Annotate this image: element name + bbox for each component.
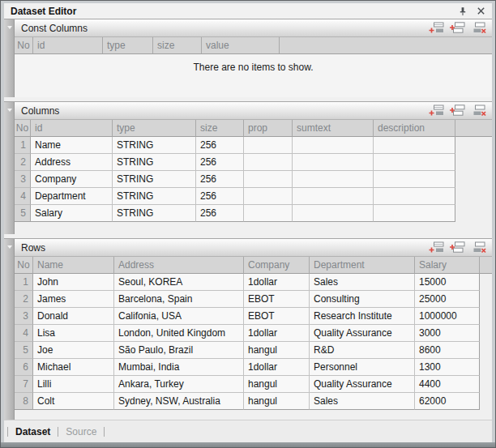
- row-number-cell[interactable]: 3: [15, 308, 33, 325]
- cell[interactable]: STRING: [113, 137, 196, 154]
- cell[interactable]: Donald: [33, 308, 114, 325]
- row-number-cell[interactable]: 4: [15, 325, 33, 342]
- row-number-cell[interactable]: 1: [15, 137, 31, 154]
- cell[interactable]: hangul: [244, 393, 310, 410]
- cell[interactable]: Michael: [33, 359, 114, 376]
- cell[interactable]: Lilli: [33, 376, 114, 393]
- cell[interactable]: Sales: [310, 393, 415, 410]
- column-header[interactable]: No: [15, 257, 33, 274]
- cell[interactable]: Colt: [33, 393, 114, 410]
- cell[interactable]: [374, 171, 455, 188]
- cell[interactable]: 1300: [415, 359, 480, 376]
- collapse-button[interactable]: [6, 243, 13, 250]
- row-number-cell[interactable]: 3: [15, 171, 31, 188]
- cell[interactable]: [374, 205, 455, 222]
- cell[interactable]: 1000000: [415, 308, 480, 325]
- add-row-button[interactable]: [427, 104, 445, 117]
- column-header[interactable]: Address: [114, 257, 244, 274]
- column-header[interactable]: description: [374, 120, 455, 137]
- cell[interactable]: Personnel: [310, 359, 415, 376]
- column-header[interactable]: sumtext: [293, 120, 374, 137]
- delete-row-button[interactable]: [469, 104, 487, 117]
- delete-row-button[interactable]: [469, 241, 487, 254]
- row-number-cell[interactable]: 2: [15, 291, 33, 308]
- cell[interactable]: 62000: [415, 393, 480, 410]
- cell[interactable]: EBOT: [244, 308, 310, 325]
- cell[interactable]: Name: [31, 137, 113, 154]
- column-header[interactable]: type: [103, 37, 153, 54]
- cell[interactable]: 15000: [415, 274, 480, 291]
- cell[interactable]: John: [33, 274, 114, 291]
- cell[interactable]: Lisa: [33, 325, 114, 342]
- column-header[interactable]: id: [31, 120, 113, 137]
- cell[interactable]: [244, 205, 293, 222]
- column-header[interactable]: [480, 257, 492, 274]
- cell[interactable]: [293, 137, 374, 154]
- cell[interactable]: [244, 137, 293, 154]
- row-number-cell[interactable]: 1: [15, 274, 33, 291]
- cell[interactable]: STRING: [113, 154, 196, 171]
- cell[interactable]: Barcelona, Spain: [114, 291, 244, 308]
- column-header[interactable]: Name: [33, 257, 114, 274]
- tab-dataset[interactable]: Dataset: [8, 426, 58, 437]
- cell[interactable]: 256: [196, 188, 244, 205]
- cell[interactable]: Ankara, Turkey: [114, 376, 244, 393]
- cell[interactable]: Salary: [31, 205, 113, 222]
- cell[interactable]: 25000: [415, 291, 480, 308]
- cell[interactable]: 3000: [415, 325, 480, 342]
- cell[interactable]: R&D: [310, 342, 415, 359]
- column-header[interactable]: type: [113, 120, 196, 137]
- cell[interactable]: [293, 188, 374, 205]
- cell[interactable]: [293, 171, 374, 188]
- column-header[interactable]: No: [15, 120, 31, 137]
- cell[interactable]: Sales: [310, 274, 415, 291]
- add-row-button[interactable]: [427, 241, 445, 254]
- cell[interactable]: Seoul, KOREA: [114, 274, 244, 291]
- column-header[interactable]: size: [196, 120, 244, 137]
- collapse-button[interactable]: [6, 106, 13, 113]
- insert-row-button[interactable]: [448, 21, 466, 35]
- cell[interactable]: 8600: [415, 342, 480, 359]
- cell[interactable]: [374, 188, 455, 205]
- cell[interactable]: 1dollar: [244, 359, 310, 376]
- add-row-button[interactable]: [427, 21, 445, 35]
- row-number-cell[interactable]: 5: [15, 205, 31, 222]
- cell[interactable]: 256: [196, 171, 244, 188]
- cell[interactable]: Quality Assurance: [310, 325, 415, 342]
- cell[interactable]: Mumbai, India: [114, 359, 244, 376]
- cell[interactable]: Department: [31, 188, 113, 205]
- column-header[interactable]: Company: [244, 257, 310, 274]
- collapse-button[interactable]: [6, 23, 13, 31]
- cell[interactable]: Califonia, USA: [114, 308, 244, 325]
- row-number-cell[interactable]: 6: [15, 359, 33, 376]
- column-header[interactable]: value: [202, 37, 280, 54]
- cell[interactable]: 4400: [415, 376, 480, 393]
- cell[interactable]: [374, 137, 455, 154]
- cell[interactable]: London, United Kingdom: [114, 325, 244, 342]
- cell[interactable]: STRING: [113, 205, 196, 222]
- row-number-cell[interactable]: 7: [15, 376, 33, 393]
- cell[interactable]: Quality Assurance: [310, 376, 415, 393]
- column-header[interactable]: [455, 120, 492, 137]
- insert-row-button[interactable]: [448, 104, 466, 117]
- cell[interactable]: [244, 188, 293, 205]
- cell[interactable]: 256: [196, 137, 244, 154]
- row-number-cell[interactable]: 5: [15, 342, 33, 359]
- column-header[interactable]: [280, 37, 492, 54]
- cell[interactable]: EBOT: [244, 291, 310, 308]
- cell[interactable]: 256: [196, 205, 244, 222]
- cell[interactable]: James: [33, 291, 114, 308]
- cell[interactable]: Company: [31, 171, 113, 188]
- cell[interactable]: [244, 154, 293, 171]
- row-number-cell[interactable]: 8: [15, 393, 33, 410]
- cell[interactable]: São Paulo, Brazil: [114, 342, 244, 359]
- close-button[interactable]: [474, 5, 487, 17]
- cell[interactable]: 256: [196, 154, 244, 171]
- cell[interactable]: [293, 154, 374, 171]
- cell[interactable]: [374, 154, 455, 171]
- row-number-cell[interactable]: 4: [15, 188, 31, 205]
- cell[interactable]: Address: [31, 154, 113, 171]
- cell[interactable]: hangul: [244, 342, 310, 359]
- insert-row-button[interactable]: [448, 241, 466, 254]
- delete-row-button[interactable]: [469, 21, 487, 35]
